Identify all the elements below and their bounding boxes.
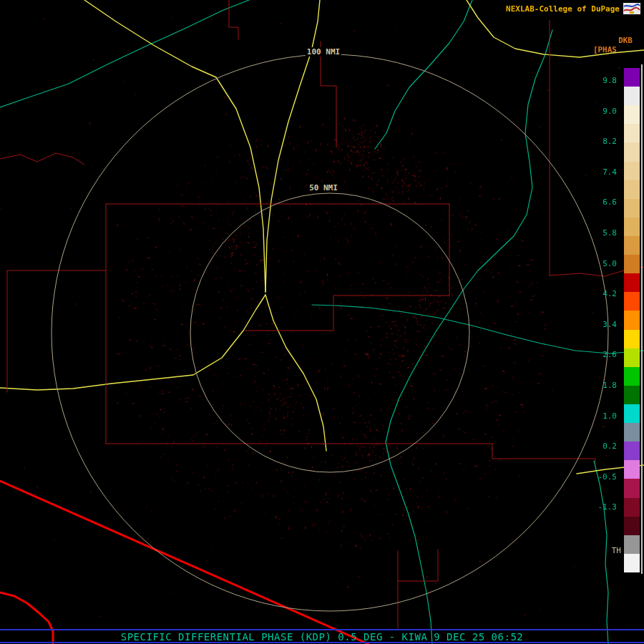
colorbar-tick: 6.6: [602, 198, 617, 207]
colorbar-tick: 2.6: [602, 351, 617, 359]
range-ring-label-50nmi: 50 NMI: [308, 183, 339, 192]
colorbar-block: [624, 404, 640, 423]
colorbar-block: [624, 441, 640, 460]
river-line: [375, 0, 472, 149]
colorbar-tick: 8.2: [602, 137, 617, 146]
colorbar-block: [624, 162, 640, 180]
colorbar-block: [624, 199, 640, 218]
colorbar-block: [624, 273, 640, 292]
colorbar-block: [624, 311, 640, 329]
county-boundary-line: [0, 153, 84, 165]
colorbar-tick: 5.8: [602, 229, 617, 238]
colorbar-tick: 4.2: [602, 290, 617, 298]
colorbar-tick: 9.0: [602, 107, 617, 116]
river-line: [312, 305, 644, 353]
colorbar-block: [624, 255, 640, 273]
statusbar-top-line: [0, 629, 644, 630]
colorbar-phase-label: [PHAS: [593, 45, 617, 54]
colorbar-block: [624, 348, 640, 367]
colorbar-tick: 3.4: [602, 321, 617, 329]
colorbar-block: [624, 554, 640, 572]
range-ring-100nmi: [52, 54, 608, 611]
colorbar-tick: 1.0: [602, 412, 617, 421]
colorbar-block: [624, 105, 640, 124]
highway-line: [84, 0, 265, 292]
colorbar-tick: -1.3: [598, 503, 618, 512]
statusbar-bottom-line: [0, 642, 644, 643]
statusbar-product-text: SPECIFIC DIFFERENTIAL PHASE (KDP) 0.5 DE…: [0, 631, 644, 643]
cod-weather-logo-icon: [623, 2, 641, 15]
radar-display: NEXLAB-College of DuPage DKB [PHAS 9.89.…: [0, 0, 644, 644]
colorbar-block: [624, 124, 640, 142]
colorbar-unit-label: DKB: [618, 36, 633, 45]
county-boundary-line: [321, 42, 336, 147]
colorbar-block: [624, 180, 640, 199]
colorbar-tick: 1.8: [602, 381, 617, 390]
colorbar-tick: 0.2: [602, 442, 617, 451]
colorbar-tick: 9.8: [602, 77, 617, 85]
colorbar-tick: -0.5: [598, 473, 618, 482]
colorbar-block: [624, 479, 640, 497]
colorbar-block: [624, 423, 640, 441]
range-ring-50nmi: [190, 193, 469, 472]
river-line: [0, 0, 249, 107]
colorbar-block: [624, 218, 640, 236]
colorbar-block: [624, 330, 640, 348]
colorbar-block: [624, 498, 640, 517]
highway-line: [265, 295, 326, 451]
colorbar-block: [624, 142, 640, 161]
highway-line: [265, 0, 320, 292]
colorbar-block: [624, 386, 640, 404]
colorbar-bottom-label: TH: [612, 546, 621, 555]
river-line: [594, 461, 608, 644]
colorbar-tick: 7.4: [602, 168, 617, 177]
colorbar-edge-line: [641, 64, 643, 574]
range-ring-label-100nmi: 100 NMI: [306, 47, 341, 57]
county-boundary-line: [398, 550, 438, 581]
colorbar-block: [624, 292, 640, 311]
colorbar-block: [624, 535, 640, 554]
page-title: NEXLAB-College of DuPage: [506, 4, 620, 14]
highway-line: [0, 295, 265, 390]
colorbar-block: [624, 68, 640, 87]
colorbar-block: [624, 460, 640, 479]
international-border-line: [0, 481, 369, 644]
colorbar: [624, 68, 640, 572]
colorbar-block: [624, 367, 640, 386]
colorbar-block: [624, 236, 640, 255]
colorbar-block: [624, 87, 640, 105]
colorbar-tick: 5.0: [602, 260, 617, 268]
colorbar-block: [624, 517, 640, 535]
map-overlay-layer: [0, 0, 644, 644]
